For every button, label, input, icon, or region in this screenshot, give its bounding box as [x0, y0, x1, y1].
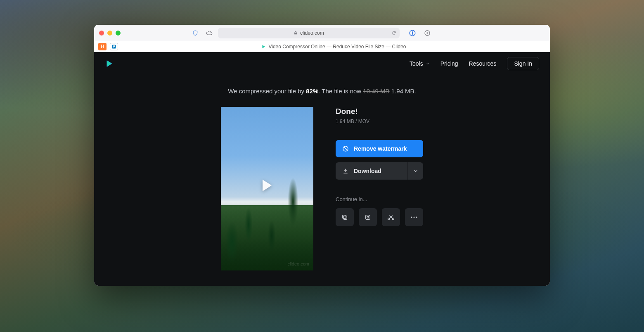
result-content: clideo.com Done! 1.94 MB / MOV Remove wa… — [94, 105, 550, 270]
video-thumbnail[interactable]: clideo.com — [221, 107, 313, 270]
browser-toolbar: clideo.com — [94, 25, 550, 41]
play-icon — [263, 180, 272, 191]
msg-percent: 82% — [306, 88, 318, 95]
privacy-icon[interactable] — [190, 28, 201, 38]
svg-point-12 — [411, 217, 412, 218]
result-panel: Done! 1.94 MB / MOV Remove watermark Dow… — [336, 107, 423, 270]
svg-rect-4 — [114, 45, 116, 47]
more-icon — [410, 216, 418, 218]
msg-prefix: We compressed your file by — [228, 88, 306, 95]
watermark-text: clideo.com — [287, 261, 309, 266]
app-header: Tools Pricing Resources Sign In — [94, 52, 550, 75]
remove-watermark-label: Remove watermark — [354, 145, 407, 152]
browser-window: clideo.com H Video Com — [94, 25, 550, 286]
clideo-favicon-icon — [261, 44, 266, 49]
file-meta: 1.94 MB / MOV — [336, 119, 423, 124]
file-size: 1.94 MB — [336, 119, 354, 124]
continue-in-label: Continue in... — [336, 196, 423, 202]
sign-in-button[interactable]: Sign In — [507, 57, 539, 70]
file-format: MOV — [358, 119, 369, 124]
cloud-icon[interactable] — [204, 28, 215, 38]
nav-tools-label: Tools — [410, 60, 423, 67]
app-nav: Tools Pricing Resources Sign In — [410, 57, 539, 70]
no-symbol-icon — [342, 145, 349, 152]
download-label: Download — [354, 168, 381, 174]
tab-strip: H Video Compressor Online — Reduce Video… — [94, 41, 550, 52]
lock-icon — [294, 31, 298, 35]
chevron-down-icon — [413, 168, 419, 174]
continue-crop-button[interactable] — [359, 208, 377, 226]
window-controls — [99, 31, 121, 36]
close-window-button[interactable] — [99, 31, 104, 36]
continue-in-row — [336, 208, 423, 226]
nav-pricing[interactable]: Pricing — [440, 60, 458, 67]
onepassword-icon[interactable] — [407, 28, 418, 38]
toolbar-right-icons — [407, 28, 433, 38]
svg-rect-2 — [112, 45, 116, 48]
app-page: Tools Pricing Resources Sign In We compr… — [94, 52, 550, 286]
copy-icon — [341, 213, 348, 221]
continue-cut-button[interactable] — [382, 208, 400, 226]
svg-point-9 — [367, 216, 369, 218]
cut-icon — [387, 214, 395, 221]
svg-point-13 — [414, 217, 415, 218]
pinned-tab-trello[interactable] — [110, 43, 118, 50]
clideo-logo-icon[interactable] — [105, 59, 113, 68]
pinned-tab-h[interactable]: H — [98, 43, 107, 50]
chevron-down-icon — [426, 62, 430, 66]
zoom-window-button[interactable] — [116, 31, 121, 36]
meta-separator: / — [354, 119, 358, 124]
reload-icon[interactable] — [391, 31, 396, 36]
remove-watermark-button[interactable]: Remove watermark — [336, 140, 423, 157]
svg-rect-6 — [343, 216, 347, 219]
download-options-button[interactable] — [407, 162, 423, 180]
compression-message: We compressed your file by 82%. The file… — [94, 75, 550, 105]
msg-new-size: 1.94 MB. — [390, 88, 416, 95]
address-text: clideo.com — [300, 30, 324, 36]
crop-icon — [364, 213, 372, 221]
download-row: Download — [336, 162, 423, 180]
download-icon — [342, 168, 349, 174]
svg-point-14 — [416, 217, 417, 218]
nav-resources[interactable]: Resources — [469, 60, 496, 67]
svg-rect-7 — [343, 215, 346, 218]
downloads-icon[interactable] — [422, 28, 433, 38]
active-tab[interactable]: Video Compressor Online — Reduce Video F… — [121, 44, 546, 50]
tab-title-text: Video Compressor Online — Reduce Video F… — [268, 44, 406, 50]
address-bar[interactable]: clideo.com — [218, 28, 400, 38]
svg-rect-3 — [113, 45, 114, 47]
continue-more-button[interactable] — [405, 208, 423, 226]
msg-old-size: 10.49 MB — [363, 88, 389, 95]
download-button[interactable]: Download — [336, 162, 407, 180]
svg-rect-8 — [366, 215, 370, 220]
desktop-wallpaper: clideo.com H Video Com — [0, 0, 644, 332]
continue-copy-button[interactable] — [336, 208, 354, 226]
msg-mid: . The file is now — [318, 88, 363, 95]
minimize-window-button[interactable] — [107, 31, 112, 36]
nav-tools[interactable]: Tools — [410, 60, 430, 67]
done-heading: Done! — [336, 107, 423, 116]
